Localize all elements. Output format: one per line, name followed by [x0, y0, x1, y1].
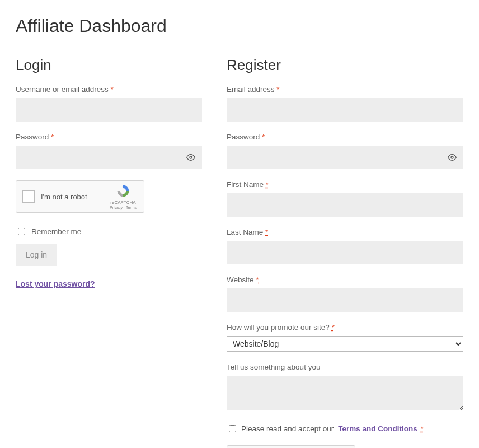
remember-me-checkbox[interactable] — [18, 228, 25, 235]
about-textarea[interactable] — [227, 376, 463, 410]
website-input[interactable] — [227, 288, 463, 312]
svg-point-0 — [190, 156, 192, 158]
eye-icon[interactable] — [448, 153, 457, 162]
email-input[interactable] — [227, 98, 463, 122]
email-label: Email address * — [227, 85, 463, 94]
terms-link[interactable]: Terms and Conditions — [338, 424, 417, 433]
website-label: Website * — [227, 276, 463, 284]
terms-checkbox[interactable] — [229, 425, 236, 432]
last-name-label: Last Name * — [227, 228, 463, 236]
first-name-label: First Name * — [227, 180, 463, 189]
login-button[interactable]: Log in — [16, 244, 57, 266]
terms-required: * — [421, 424, 424, 433]
login-password-input[interactable] — [16, 146, 202, 169]
svg-point-2 — [451, 156, 453, 158]
register-section: Register Email address * Password * Firs… — [227, 57, 463, 448]
register-heading: Register — [227, 57, 463, 74]
remember-me-label: Remember me — [31, 227, 81, 236]
username-label: Username or email address * — [16, 85, 202, 94]
terms-text: Please read and accept our — [241, 424, 334, 433]
username-input[interactable] — [16, 98, 202, 122]
about-label: Tell us something about you — [227, 363, 463, 371]
first-name-input[interactable] — [227, 193, 463, 217]
recaptcha-logo: reCAPTCHA Privacy - Terms — [108, 184, 138, 209]
register-recaptcha[interactable]: I'm not a robot reCAPTCHA Privacy - Term… — [227, 445, 355, 448]
eye-icon[interactable] — [186, 153, 195, 162]
recaptcha-label: I'm not a robot — [41, 193, 108, 201]
login-password-label: Password * — [16, 133, 202, 141]
register-password-input[interactable] — [227, 146, 463, 169]
login-recaptcha[interactable]: I'm not a robot reCAPTCHA Privacy - Term… — [16, 180, 144, 213]
lost-password-link[interactable]: Lost your password? — [16, 279, 95, 288]
register-password-label: Password * — [227, 133, 463, 141]
login-section: Login Username or email address * Passwo… — [16, 57, 202, 448]
page-title: Affiliate Dashboard — [16, 16, 463, 36]
recaptcha-checkbox[interactable] — [22, 190, 35, 203]
promote-select[interactable]: Website/Blog — [227, 336, 463, 352]
last-name-input[interactable] — [227, 241, 463, 264]
promote-label: How will you promote our site? * — [227, 323, 463, 332]
login-heading: Login — [16, 57, 202, 74]
